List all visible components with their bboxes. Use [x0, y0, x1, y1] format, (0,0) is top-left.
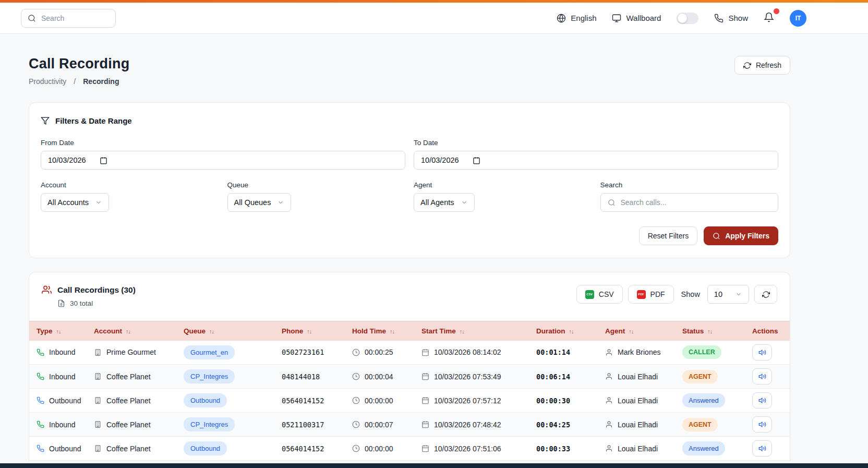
status-cell: CALLER: [675, 341, 745, 365]
show-label: Show: [728, 14, 748, 22]
hold-time-cell: 00:00:04: [345, 365, 414, 389]
agent-cell: Mark Briones: [598, 341, 675, 365]
from-date-input[interactable]: 10/03/2026: [41, 151, 405, 170]
calls-search[interactable]: [600, 193, 779, 212]
table-row: Inbound Coffee Planet CP_Integres 048144…: [29, 365, 790, 389]
to-date-input[interactable]: 10/03/2026: [414, 151, 778, 170]
breadcrumb-parent[interactable]: Productivity: [29, 77, 66, 86]
document-icon: [57, 299, 65, 307]
global-search-input[interactable]: [41, 14, 109, 22]
account-cell: Coffee Planet: [87, 437, 176, 461]
refresh-button[interactable]: Refresh: [734, 56, 790, 75]
global-search[interactable]: [21, 9, 116, 28]
hold-time-value: 00:00:00: [365, 445, 393, 453]
chevron-down-icon: [461, 199, 468, 206]
breadcrumb-current: Recording: [83, 77, 119, 86]
agent-selected-value: All Agents: [420, 198, 454, 207]
agent-name: Louai Elhadi: [618, 397, 658, 405]
from-date-label: From Date: [41, 139, 405, 147]
account-name: Coffee Planet: [106, 445, 151, 453]
call-type-label: Outbound: [49, 397, 81, 405]
person-icon: [605, 349, 613, 356]
sort-icon[interactable]: ↑↓: [126, 328, 130, 334]
status-cell: AGENT: [675, 365, 745, 389]
availability-toggle[interactable]: [677, 13, 698, 24]
phone-cell: 0502723161: [274, 341, 345, 365]
calendar-icon[interactable]: [473, 157, 480, 164]
reload-table-button[interactable]: [754, 285, 777, 304]
queue-cell: CP_Integres: [176, 413, 274, 437]
search-icon: [713, 232, 720, 240]
sort-icon[interactable]: ↑↓: [390, 328, 394, 334]
play-recording-button[interactable]: [752, 344, 772, 361]
show-phone-control[interactable]: Show: [714, 14, 748, 23]
play-recording-button[interactable]: [752, 368, 772, 385]
export-pdf-button[interactable]: PDF PDF: [628, 285, 674, 304]
column-header-queue[interactable]: Queue↑↓: [176, 321, 274, 341]
duration-cell: 00:04:25: [529, 413, 598, 437]
column-header-account[interactable]: Account↑↓: [87, 321, 176, 341]
status-cell: Answered: [675, 437, 745, 461]
sort-icon[interactable]: ↑↓: [569, 328, 574, 334]
call-type-label: Inbound: [49, 421, 76, 429]
chevron-down-icon: [95, 199, 102, 206]
agent-cell: Louai Elhadi: [598, 437, 675, 461]
users-icon: [42, 285, 52, 295]
apply-filters-button[interactable]: Apply Filters: [704, 226, 778, 245]
column-header-agent[interactable]: Agent↑↓: [598, 321, 675, 341]
wallboard-link[interactable]: Wallboard: [612, 14, 661, 23]
calendar-icon: [421, 397, 429, 404]
sort-icon[interactable]: ↑↓: [629, 328, 633, 334]
account-select[interactable]: All Accounts: [41, 193, 109, 212]
phone-icon: [714, 14, 724, 23]
hold-time-value: 00:00:25: [365, 348, 393, 356]
type-cell: Outbound: [29, 389, 87, 413]
calendar-icon: [421, 349, 429, 356]
queue-badge: Outbound: [184, 393, 227, 407]
column-header-type[interactable]: Type↑↓: [29, 321, 87, 341]
filter-search-label: Search: [600, 181, 779, 189]
avatar[interactable]: IT: [790, 10, 806, 27]
clock-icon: [352, 421, 360, 428]
sort-icon[interactable]: ↑↓: [307, 328, 311, 334]
play-recording-button[interactable]: [752, 392, 772, 409]
from-date-value: 10/03/2026: [48, 156, 86, 164]
calendar-icon[interactable]: [100, 157, 107, 164]
speaker-icon: [758, 349, 766, 356]
play-recording-button[interactable]: [752, 440, 772, 457]
hold-time-cell: 00:00:07: [345, 413, 414, 437]
play-recording-button[interactable]: [752, 416, 772, 433]
call-direction-phone-icon: [37, 397, 44, 404]
agent-select[interactable]: All Agents: [414, 193, 475, 212]
pdf-file-icon: PDF: [637, 290, 646, 299]
page-size-select[interactable]: 10: [707, 285, 749, 304]
notification-dot: [774, 8, 779, 14]
sort-icon[interactable]: ↑↓: [460, 328, 464, 334]
sort-icon[interactable]: ↑↓: [56, 328, 61, 334]
column-header-duration[interactable]: Duration↑↓: [529, 321, 598, 341]
export-csv-button[interactable]: CSV CSV: [576, 285, 623, 304]
phone-cell: 0564014152: [274, 437, 345, 461]
reset-filters-button[interactable]: Reset Filters: [639, 226, 698, 245]
hold-time-value: 00:00:07: [365, 421, 393, 429]
sort-icon[interactable]: ↑↓: [707, 328, 712, 334]
status-cell: AGENT: [675, 413, 745, 437]
breadcrumb: Productivity / Recording: [29, 77, 129, 86]
duration-cell: 00:01:14: [529, 341, 598, 365]
clock-icon: [352, 445, 360, 452]
globe-icon: [557, 14, 566, 23]
column-header-phone[interactable]: Phone↑↓: [274, 321, 345, 341]
clock-icon: [352, 373, 360, 380]
column-header-start-time[interactable]: Start Time↑↓: [414, 321, 529, 341]
start-time-cell: 10/03/2026 07:53:49: [414, 365, 529, 389]
sort-icon[interactable]: ↑↓: [209, 328, 214, 334]
calls-search-input[interactable]: [621, 198, 771, 207]
language-selector[interactable]: English: [557, 14, 596, 23]
status-badge: Answered: [682, 441, 725, 455]
notifications-button[interactable]: [764, 12, 774, 25]
show-label: Show: [681, 290, 700, 298]
column-header-status[interactable]: Status↑↓: [675, 321, 745, 341]
column-header-hold-time[interactable]: Hold Time↑↓: [345, 321, 414, 341]
agent-name: Louai Elhadi: [618, 421, 658, 429]
queue-select[interactable]: All Queues: [227, 193, 292, 212]
